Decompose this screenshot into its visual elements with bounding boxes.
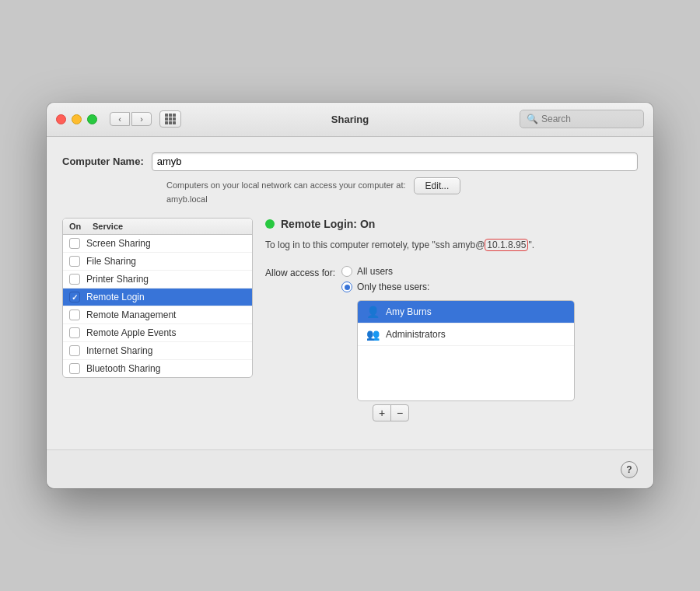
service-row-remote-login[interactable]: Remote Login [63, 289, 252, 306]
remote-apple-events-checkbox[interactable] [69, 327, 80, 338]
only-these-users-label: Only these users: [357, 282, 429, 292]
detail-panel: Remote Login: On To log in to this compu… [265, 218, 638, 421]
computer-name-label: Computer Name: [62, 156, 144, 167]
window: ‹ › Sharing 🔍 Computer Name: Computers o… [47, 103, 653, 489]
user-row-administrators[interactable]: 👥 Administrators [358, 323, 574, 346]
close-button[interactable] [56, 114, 66, 124]
remote-login-checkbox[interactable] [69, 292, 80, 302]
help-button[interactable]: ? [621, 461, 638, 478]
ssh-desc-end: ". [528, 240, 534, 250]
remote-apple-events-label: Remote Apple Events [86, 327, 176, 338]
only-these-users-row[interactable]: Only these users: [341, 282, 575, 292]
services-panel: On Service Screen Sharing File Sharing [62, 218, 253, 421]
service-row-remote-management[interactable]: Remote Management [63, 306, 252, 324]
service-row-file-sharing[interactable]: File Sharing [63, 253, 252, 271]
local-address-line2: amyb.local [166, 194, 208, 204]
edit-button[interactable]: Edit... [414, 177, 461, 194]
list-controls: + − [373, 404, 575, 421]
nav-buttons: ‹ › [110, 112, 152, 126]
main-layout: On Service Screen Sharing File Sharing [62, 218, 638, 421]
remote-login-label: Remote Login [86, 292, 145, 302]
window-title: Sharing [331, 114, 369, 125]
forward-button[interactable]: › [131, 112, 152, 126]
file-sharing-label: File Sharing [86, 256, 136, 267]
printer-sharing-label: Printer Sharing [86, 274, 149, 285]
user-icon-admin: 👥 [366, 327, 380, 341]
remote-login-header: Remote Login: On [265, 218, 638, 230]
add-user-button[interactable]: + [373, 404, 391, 421]
footer: ? [47, 449, 653, 488]
remove-user-button[interactable]: − [390, 404, 409, 421]
services-header-on: On [69, 222, 93, 231]
service-row-bluetooth-sharing[interactable]: Bluetooth Sharing [63, 360, 252, 377]
users-empty-space [358, 346, 574, 400]
search-icon: 🔍 [527, 114, 538, 124]
computer-name-section: Computer Name: [62, 152, 638, 171]
grid-view-button[interactable] [159, 110, 181, 128]
all-users-row[interactable]: All users [341, 266, 575, 277]
services-table: On Service Screen Sharing File Sharing [62, 218, 253, 378]
remote-management-checkbox[interactable] [69, 309, 80, 320]
user-icon-amy: 👤 [366, 305, 380, 319]
only-these-users-radio[interactable] [341, 282, 352, 292]
allow-access-section: Allow access for: All users Only these u… [265, 266, 638, 421]
screen-sharing-label: Screen Sharing [86, 238, 151, 249]
back-button[interactable]: ‹ [110, 112, 130, 126]
remote-management-label: Remote Management [86, 309, 176, 320]
remote-login-status-title: Remote Login: On [281, 218, 375, 230]
screen-sharing-checkbox[interactable] [69, 238, 80, 249]
file-sharing-checkbox[interactable] [69, 256, 80, 267]
user-name-admin: Administrators [386, 329, 446, 340]
bluetooth-sharing-label: Bluetooth Sharing [86, 363, 160, 374]
minimize-button[interactable] [72, 114, 82, 124]
internet-sharing-checkbox[interactable] [69, 345, 80, 356]
user-row-amy-burns[interactable]: 👤 Amy Burns [358, 301, 574, 323]
grid-icon [165, 114, 176, 124]
bluetooth-sharing-checkbox[interactable] [69, 363, 80, 374]
computer-name-input[interactable] [152, 152, 638, 171]
ssh-description: To log in to this computer remotely, typ… [265, 240, 638, 250]
service-row-screen-sharing[interactable]: Screen Sharing [63, 235, 252, 253]
search-input[interactable] [541, 114, 635, 124]
all-users-label: All users [357, 266, 393, 277]
maximize-button[interactable] [87, 114, 97, 124]
printer-sharing-checkbox[interactable] [69, 274, 80, 285]
traffic-lights [56, 114, 97, 124]
service-row-remote-apple-events[interactable]: Remote Apple Events [63, 324, 252, 342]
local-address-text: Computers on your local network can acce… [166, 177, 406, 206]
service-row-printer-sharing[interactable]: Printer Sharing [63, 271, 252, 289]
allow-access-label: Allow access for: [265, 266, 335, 278]
internet-sharing-label: Internet Sharing [86, 345, 152, 356]
users-list-container: 👤 Amy Burns 👥 Administrators [357, 300, 575, 421]
search-box[interactable]: 🔍 [520, 110, 644, 128]
ssh-desc-text: To log in to this computer remotely, typ… [265, 240, 485, 250]
all-users-radio[interactable] [341, 266, 352, 277]
service-row-internet-sharing[interactable]: Internet Sharing [63, 342, 252, 360]
local-address-line1: Computers on your local network can acce… [166, 180, 406, 190]
access-options: All users Only these users: 👤 [341, 266, 575, 421]
status-dot-on [265, 219, 275, 229]
computer-local-row: Computers on your local network can acce… [166, 177, 638, 206]
users-list: 👤 Amy Burns 👥 Administrators [357, 300, 575, 401]
titlebar: ‹ › Sharing 🔍 [47, 103, 653, 137]
user-name-amy: Amy Burns [386, 306, 432, 317]
allow-access-row: Allow access for: All users Only these u… [265, 266, 638, 421]
content-area: Computer Name: Computers on your local n… [47, 137, 653, 438]
services-header: On Service [63, 219, 252, 235]
services-header-service: Service [93, 222, 123, 231]
ip-address: 10.1.8.95 [485, 239, 528, 251]
